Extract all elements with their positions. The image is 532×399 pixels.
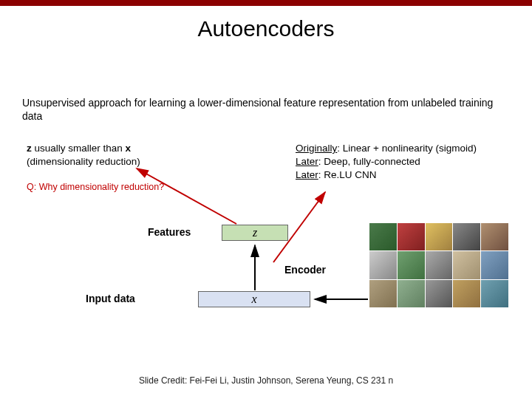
note-z-t2: (dimensionality reduction) <box>27 156 140 167</box>
grid-thumb <box>369 251 397 279</box>
top-bar <box>0 0 532 6</box>
note-z-t1: usually smaller than <box>32 143 126 154</box>
x-input-box: x <box>198 291 310 307</box>
image-grid <box>369 223 508 307</box>
grid-thumb <box>481 280 508 307</box>
arrows-svg <box>0 0 532 399</box>
z-bold: z <box>27 143 32 154</box>
grid-thumb <box>426 280 453 307</box>
grid-thumb <box>426 251 453 279</box>
grid-thumb <box>398 223 425 250</box>
grid-thumb <box>453 280 480 307</box>
slide-title: Autoencoders <box>0 16 532 41</box>
subtitle-text: Unsupervised approach for learning a low… <box>22 96 510 123</box>
features-label: Features <box>148 226 191 238</box>
grid-thumb <box>369 223 397 250</box>
note-originally: Originally: Linear + nonlinearity (sigmo… <box>296 142 477 183</box>
grid-thumb <box>481 251 508 279</box>
orig-u2: Later <box>296 156 318 167</box>
encoder-label: Encoder <box>284 264 326 276</box>
orig-u3: Later <box>296 169 318 180</box>
orig-t2: : Deep, fully-connected <box>318 156 420 167</box>
note-z-dimension: z usually smaller than x (dimensionality… <box>27 142 140 168</box>
grid-thumb <box>481 223 508 250</box>
x-bold: x <box>126 143 132 154</box>
orig-u1: Originally <box>296 143 337 154</box>
slide-credit: Slide Credit: Fei-Fei Li, Justin Johnson… <box>0 375 532 386</box>
arrow-z-note <box>137 168 236 224</box>
grid-thumb <box>453 251 480 279</box>
input-label: Input data <box>86 293 135 304</box>
grid-thumb <box>426 223 453 250</box>
note-question: Q: Why dimensionality reduction? <box>27 181 164 193</box>
grid-thumb <box>369 280 397 307</box>
grid-thumb <box>398 251 425 279</box>
grid-thumb <box>398 280 425 307</box>
z-feature-box: z <box>222 225 288 241</box>
orig-t3: : Re.LU CNN <box>318 169 377 180</box>
orig-t1: : Linear + nonlinearity (sigmoid) <box>337 143 477 154</box>
grid-thumb <box>453 223 480 250</box>
